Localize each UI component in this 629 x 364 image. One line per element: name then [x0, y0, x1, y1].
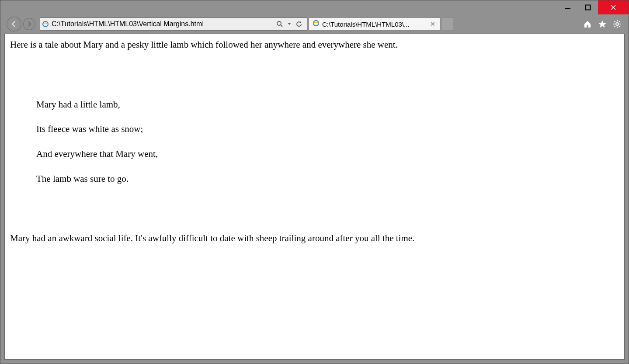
svg-point-5 [277, 21, 281, 25]
browser-chrome: C:\Tutorials\HTML\HTML03\Vertical Margin… [0, 14, 629, 34]
home-icon[interactable] [583, 20, 592, 28]
forward-button[interactable] [23, 18, 35, 30]
svg-line-14 [619, 26, 620, 27]
minimize-button[interactable] [558, 0, 578, 14]
ie-page-icon [313, 20, 320, 28]
browser-tab[interactable]: C:\Tutorials\HTML\HTML03\... ✕ [309, 17, 440, 31]
maximize-button[interactable] [578, 0, 598, 14]
refresh-icon[interactable] [295, 21, 302, 28]
viewport-wrap: Here is a tale about Mary and a pesky li… [0, 34, 629, 364]
svg-point-4 [43, 21, 48, 27]
svg-point-7 [313, 21, 319, 26]
window-titlebar [0, 0, 629, 14]
poem-line: The lamb was sure to go. [36, 173, 619, 185]
poem-line: Its fleece was white as snow; [36, 123, 619, 135]
intro-paragraph: Here is a tale about Mary and a pesky li… [10, 38, 619, 51]
address-bar-tools [272, 21, 307, 28]
page-viewport[interactable]: Here is a tale about Mary and a pesky li… [4, 34, 625, 360]
svg-line-6 [281, 25, 282, 27]
new-tab-button[interactable] [442, 17, 453, 31]
search-icon[interactable] [276, 21, 283, 28]
address-bar-text: C:\Tutorials\HTML\HTML03\Vertical Margin… [51, 20, 272, 28]
address-bar[interactable]: C:\Tutorials\HTML\HTML03\Vertical Margin… [40, 17, 307, 31]
command-bar [583, 20, 626, 28]
poem-block: Mary had a little lamb, Its fleece was w… [36, 86, 619, 197]
compat-dropdown-icon[interactable] [288, 22, 291, 26]
tab-title: C:\Tutorials\HTML\HTML03\... [322, 21, 427, 28]
svg-line-15 [615, 26, 615, 27]
svg-line-13 [615, 21, 615, 22]
outro-paragraph: Mary had an awkward social life. It's aw… [10, 232, 619, 244]
ie-page-icon [40, 21, 51, 28]
close-button[interactable] [598, 0, 629, 14]
ie-window: C:\Tutorials\HTML\HTML03\Vertical Margin… [0, 0, 629, 364]
tools-icon[interactable] [613, 20, 622, 28]
poem-line: And everywhere that Mary went, [36, 148, 619, 160]
poem-line: Mary had a little lamb, [36, 98, 619, 111]
tab-close-icon[interactable]: ✕ [429, 21, 436, 28]
back-button[interactable] [7, 17, 21, 31]
svg-rect-1 [586, 5, 591, 10]
svg-point-8 [616, 23, 619, 25]
svg-line-16 [619, 21, 620, 22]
favorites-icon[interactable] [598, 20, 607, 28]
